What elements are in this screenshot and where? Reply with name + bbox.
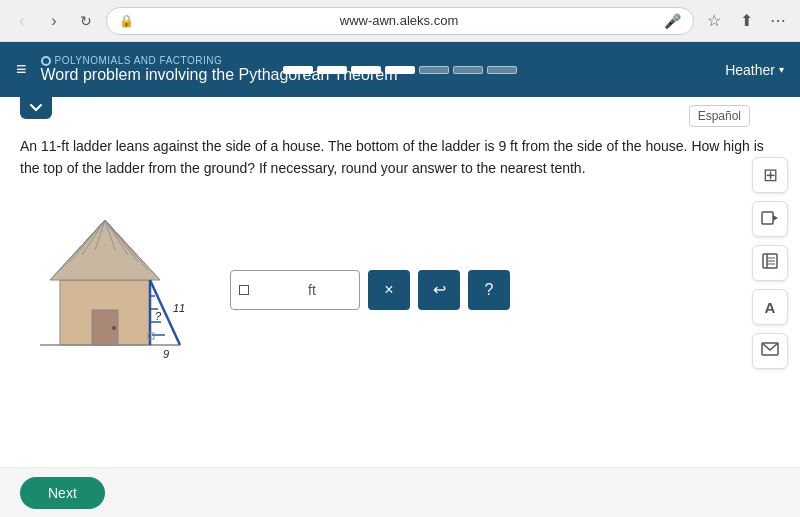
topic-circle-icon — [41, 56, 51, 66]
svg-text:?: ? — [155, 310, 162, 322]
forward-button[interactable]: › — [42, 9, 66, 33]
progress-seg-1 — [283, 66, 313, 74]
svg-text:9: 9 — [163, 348, 169, 360]
video-button[interactable] — [752, 201, 788, 237]
app-header: ≡ POLYNOMIALS AND FACTORING Word problem… — [0, 42, 800, 97]
svg-marker-27 — [773, 215, 778, 221]
next-button[interactable]: Next — [20, 477, 105, 509]
progress-seg-7 — [487, 66, 517, 74]
progress-seg-4 — [385, 66, 415, 74]
clear-button[interactable]: × — [368, 270, 410, 310]
chevron-down-icon — [30, 104, 42, 112]
answer-input-wrapper[interactable]: ft — [230, 270, 360, 310]
share-button[interactable]: ⬆ — [734, 9, 758, 33]
browser-actions: ☆ ⬆ ⋯ — [702, 9, 790, 33]
svg-marker-1 — [50, 220, 160, 280]
progress-seg-5 — [419, 66, 449, 74]
address-bar[interactable]: 🔒 www-awn.aleks.com 🎤 — [106, 7, 694, 35]
browser-menu-button[interactable]: ⋯ — [766, 9, 790, 33]
hamburger-icon: ≡ — [16, 59, 27, 79]
mail-button[interactable] — [752, 333, 788, 369]
svg-text:11: 11 — [173, 302, 185, 314]
undo-button[interactable]: ↩ — [418, 270, 460, 310]
user-name: Heather — [725, 62, 775, 78]
progress-seg-3 — [351, 66, 381, 74]
svg-point-13 — [112, 326, 116, 330]
dropdown-tab[interactable] — [20, 97, 52, 119]
text-options-button[interactable]: A — [752, 289, 788, 325]
user-section[interactable]: Heather ▾ — [725, 62, 784, 78]
problem-line-1: An 11-ft ladder leans against the side o… — [20, 138, 764, 154]
svg-rect-26 — [762, 212, 773, 224]
calculator-icon: ⊞ — [763, 164, 778, 186]
refresh-button[interactable]: ↻ — [74, 9, 98, 33]
input-square-icon — [239, 285, 249, 295]
problem-line-2: the top of the ladder from the ground? I… — [20, 160, 586, 176]
answer-area: ft × ↩ ? — [230, 270, 510, 310]
calculator-button[interactable]: ⊞ — [752, 157, 788, 193]
video-icon — [761, 209, 779, 230]
sidebar-toggle-button[interactable]: ≡ — [16, 59, 27, 80]
unit-label: ft — [308, 282, 316, 298]
header-topic: POLYNOMIALS AND FACTORING — [41, 55, 398, 66]
progress-bar — [283, 66, 517, 74]
mic-icon: 🎤 — [664, 13, 681, 29]
problem-text: An 11-ft ladder leans against the side o… — [0, 119, 800, 190]
illustration-svg: 11 ? 9 — [20, 200, 200, 360]
browser-bar: ‹ › ↻ 🔒 www-awn.aleks.com 🎤 ☆ ⬆ ⋯ — [0, 0, 800, 42]
text-icon: A — [765, 299, 776, 316]
answer-section: ft × ↩ ? — [230, 250, 510, 310]
chevron-down-icon: ▾ — [779, 64, 784, 75]
lock-icon: 🔒 — [119, 14, 134, 28]
back-button[interactable]: ‹ — [10, 9, 34, 33]
problem-main: 11 ? 9 ft × ↩ ? — [0, 190, 800, 370]
glossary-button[interactable] — [752, 245, 788, 281]
house-illustration: 11 ? 9 — [20, 200, 200, 360]
progress-seg-2 — [317, 66, 347, 74]
answer-input[interactable] — [253, 282, 308, 298]
url-text: www-awn.aleks.com — [140, 13, 658, 28]
progress-seg-6 — [453, 66, 483, 74]
right-sidebar: ⊞ A — [752, 157, 788, 369]
mail-icon — [761, 342, 779, 360]
bookmark-button[interactable]: ☆ — [702, 9, 726, 33]
espanol-button[interactable]: Español — [689, 105, 750, 127]
content-area: Español An 11-ft ladder leans against th… — [0, 97, 800, 517]
book-icon — [761, 252, 779, 274]
bottom-area: Next — [0, 467, 800, 517]
help-button[interactable]: ? — [468, 270, 510, 310]
